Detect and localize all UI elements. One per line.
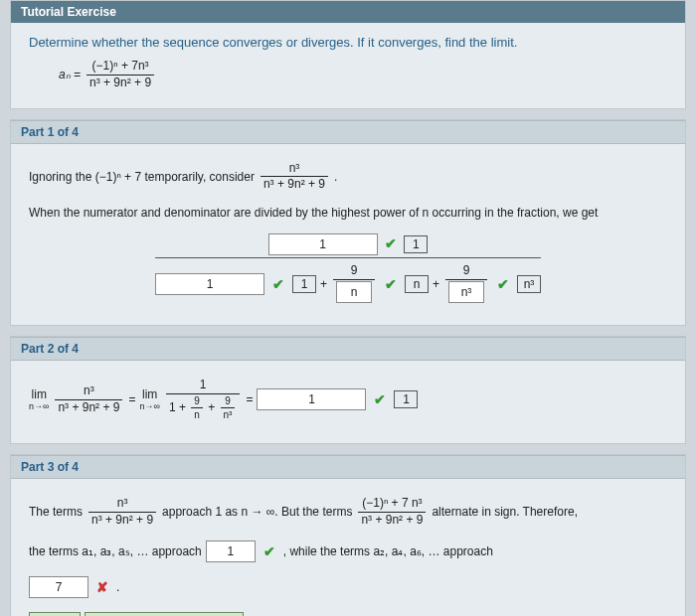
equals-symbol: = [128, 392, 135, 406]
part3-frac2-num: (−1)ⁿ + 7 n³ [358, 497, 426, 513]
part3-text2: approach 1 as n → ∞. But the terms [162, 505, 352, 519]
rhs-den-frac1: 9 n [191, 395, 203, 421]
part2-rhs-frac: 1 1 + 9 n + 9 n³ [166, 379, 241, 421]
check-icon: ✔ [268, 276, 288, 292]
part3-frac2-den: n³ + 9n² + 9 [358, 513, 426, 528]
tutorial-prompt: Determine whether the sequence converges… [29, 35, 667, 50]
dot-text: . [116, 580, 119, 594]
even-terms-input[interactable]: 7 [29, 576, 88, 598]
part1-cons-num: n³ [261, 162, 328, 178]
lim-text: lim n→∞ [29, 387, 49, 411]
lim-label: lim [29, 387, 49, 401]
plus-symbol: + [179, 400, 186, 414]
check-icon: ✔ [381, 276, 401, 292]
rhs-den-frac2: 9 n³ [221, 395, 236, 421]
cross-icon: ✘ [92, 579, 112, 595]
part2-answer-ref-box: 1 [394, 390, 418, 408]
part1-label: Part 1 of 4 [11, 120, 685, 144]
part3-text3: alternate in sign. Therefore, [432, 505, 578, 519]
part2-answer-input[interactable]: 1 [257, 388, 366, 410]
submit-button[interactable]: Submit [29, 612, 81, 616]
denom-ref-box-3: n³ [517, 275, 541, 293]
part3-frac1-num: n³ [88, 497, 156, 513]
check-icon: ✔ [381, 235, 401, 251]
rhs-den-1: 1 [169, 400, 176, 414]
denom-input-1[interactable]: 1 [155, 273, 264, 295]
lim-sub: n→∞ [139, 401, 159, 411]
denom-input-2[interactable]: n [336, 281, 372, 303]
an-label: aₙ = [59, 68, 81, 81]
sequence-formula: (−1)ⁿ + 7n³ n³ + 9n² + 9 [87, 60, 154, 90]
part3-text4: the terms a₁, a₃, a₅, … approach [29, 544, 202, 558]
seq-denominator: n³ + 9n² + 9 [87, 76, 154, 90]
part1-text2: When the numerator and denominator are d… [29, 206, 667, 220]
skip-button[interactable]: Skip (you cannot come back) [85, 612, 244, 616]
part2-label: Part 2 of 4 [11, 337, 685, 361]
part1-cons-den: n³ + 9n² + 9 [261, 177, 328, 192]
part1-consider-frac: n³ n³ + 9n² + 9 [261, 162, 328, 193]
numerator-ref-box: 1 [404, 235, 428, 253]
equals-symbol: = [246, 392, 253, 406]
part3-text1: The terms [29, 505, 83, 519]
denom-ref-box-1: 1 [292, 275, 316, 293]
plus-symbol: + [320, 277, 327, 291]
part3-label: Part 3 of 4 [11, 455, 685, 479]
part1-big-fraction: 1 ✔ 1 1 ✔ 1 + 9 n [155, 233, 541, 309]
check-icon: ✔ [370, 391, 390, 407]
denom-term3: 9 n³ [445, 264, 487, 303]
check-icon: ✔ [260, 543, 279, 559]
part3-frac1-den: n³ + 9n² + 9 [88, 513, 156, 528]
nine-label: 9 [445, 264, 487, 280]
denom-ref-box-2: n [405, 275, 429, 293]
part3-frac2: (−1)ⁿ + 7 n³ n³ + 9n² + 9 [358, 497, 426, 528]
lim-label: lim [139, 387, 159, 401]
denom-input-3[interactable]: n³ [448, 281, 484, 303]
part3-text5: , while the terms a₂, a₄, a₆, … approach [283, 544, 493, 558]
part3-frac1: n³ n³ + 9n² + 9 [88, 497, 156, 528]
plus-symbol: + [208, 400, 215, 414]
plus-symbol: + [433, 277, 439, 291]
numerator-input[interactable]: 1 [268, 233, 378, 255]
odd-terms-input[interactable]: 1 [206, 540, 256, 562]
part2-frac-den: n³ + 9n² + 9 [55, 400, 122, 415]
part1-text1: Ignoring the (−1)ⁿ + 7 temporarily, cons… [29, 170, 255, 184]
tutorial-header: Tutorial Exercise [11, 1, 685, 23]
lim-text: lim n→∞ [139, 387, 159, 411]
denom-term2: 9 n [333, 264, 375, 303]
seq-numerator: (−1)ⁿ + 7n³ [87, 60, 154, 76]
lim-sub: n→∞ [29, 401, 49, 411]
part2-lhs-frac: n³ n³ + 9n² + 9 [55, 385, 122, 415]
part2-frac-num: n³ [55, 385, 122, 400]
check-icon: ✔ [493, 276, 513, 292]
nine-label: 9 [333, 264, 375, 280]
rhs-num: 1 [166, 379, 241, 394]
